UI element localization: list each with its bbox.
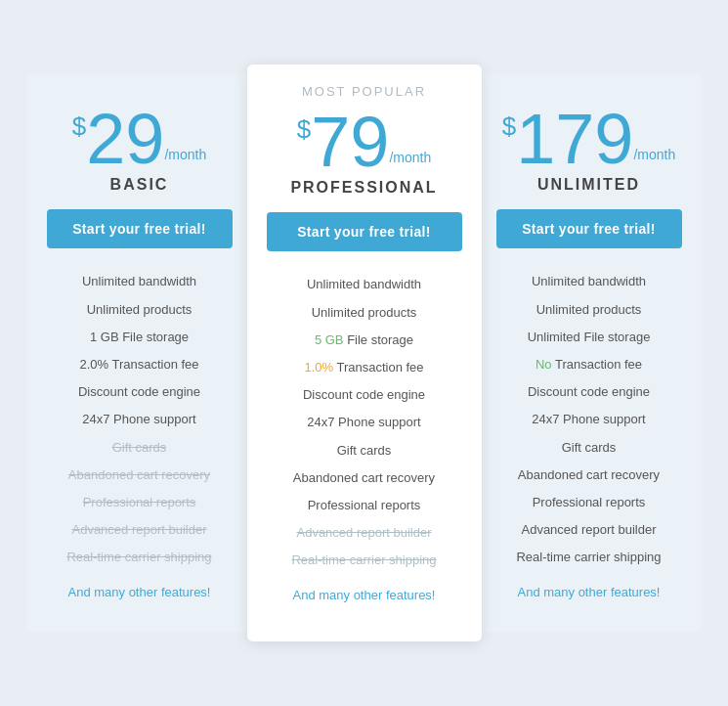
- price-dollar: $: [297, 116, 311, 142]
- price-period: /month: [164, 147, 206, 162]
- plan-card-unlimited: $ 179 /month UNLIMITED Start your free t…: [477, 74, 702, 631]
- plan-name: PROFESSIONAL: [290, 179, 437, 197]
- feature-item: 1.0% Transaction fee: [267, 354, 462, 381]
- feature-item: Unlimited bandwidth: [496, 268, 682, 295]
- plan-card-professional: MoST POPULAR $ 79 /month PROFESSIONAL St…: [247, 65, 482, 640]
- pricing-container: $ 29 /month BASIC Start your free trial!…: [18, 55, 711, 650]
- feature-item: Unlimited products: [496, 296, 682, 324]
- many-more-link[interactable]: And many other features!: [267, 579, 462, 604]
- plan-name: BASIC: [110, 176, 169, 194]
- cta-button[interactable]: Start your free trial!: [267, 212, 462, 251]
- feature-item: Discount code engine: [47, 378, 233, 406]
- feature-item: Real-time carrier shipping: [496, 544, 682, 571]
- feature-item: Abandoned cart recovery: [47, 462, 233, 489]
- feature-item: Unlimited bandwidth: [267, 271, 462, 298]
- feature-item: 1 GB File storage: [47, 324, 233, 351]
- feature-highlight: No: [535, 357, 552, 372]
- many-more-item: And many other features!: [267, 574, 462, 609]
- cta-button[interactable]: Start your free trial!: [47, 209, 233, 248]
- plan-card-basic: $ 29 /month BASIC Start your free trial!…: [27, 74, 252, 631]
- many-more-item: And many other features!: [496, 571, 682, 606]
- feature-item: 24x7 Phone support: [496, 406, 682, 433]
- feature-item: Advanced report builder: [267, 519, 462, 547]
- feature-item: Advanced report builder: [496, 516, 682, 544]
- feature-item: Unlimited bandwidth: [47, 268, 233, 295]
- feature-item: Discount code engine: [496, 378, 682, 406]
- price-amount: 79: [311, 107, 389, 177]
- feature-item: Discount code engine: [267, 381, 462, 409]
- most-popular-label: MoST POPULAR: [302, 84, 426, 99]
- feature-item: Professional reports: [496, 489, 682, 516]
- price-amount: 179: [516, 104, 633, 174]
- price-row: $ 29 /month: [72, 104, 206, 174]
- features-list: Unlimited bandwidthUnlimited productsUnl…: [496, 268, 682, 606]
- feature-item: Real-time carrier shipping: [267, 547, 462, 574]
- feature-item: Real-time carrier shipping: [47, 544, 233, 571]
- feature-item: 24x7 Phone support: [267, 409, 462, 436]
- many-more-link[interactable]: And many other features!: [47, 576, 233, 601]
- feature-item: Unlimited File storage: [496, 324, 682, 351]
- cta-button[interactable]: Start your free trial!: [496, 209, 682, 248]
- price-row: $ 179 /month: [502, 104, 675, 174]
- feature-highlight: 5 GB: [315, 332, 344, 347]
- price-period: /month: [633, 147, 675, 162]
- feature-highlight: 1.0%: [304, 360, 333, 375]
- feature-item: 5 GB File storage: [267, 327, 462, 354]
- feature-item: Professional reports: [267, 492, 462, 519]
- feature-item: Gift cards: [47, 434, 233, 462]
- feature-item: 24x7 Phone support: [47, 406, 233, 433]
- feature-item: Unlimited products: [47, 296, 233, 324]
- price-row: $ 79 /month: [297, 107, 431, 177]
- feature-item: Gift cards: [267, 437, 462, 464]
- price-dollar: $: [72, 113, 86, 139]
- feature-item: No Transaction fee: [496, 351, 682, 378]
- price-amount: 29: [86, 104, 164, 174]
- plan-name: UNLIMITED: [537, 176, 640, 194]
- features-list: Unlimited bandwidthUnlimited products5 G…: [267, 271, 462, 609]
- price-dollar: $: [502, 113, 516, 139]
- feature-item: Advanced report builder: [47, 516, 233, 544]
- many-more-link[interactable]: And many other features!: [496, 576, 682, 601]
- feature-item: Unlimited products: [267, 299, 462, 327]
- features-list: Unlimited bandwidthUnlimited products1 G…: [47, 268, 233, 606]
- feature-item: Abandoned cart recovery: [267, 464, 462, 492]
- feature-item: 2.0% Transaction fee: [47, 351, 233, 378]
- feature-item: Abandoned cart recovery: [496, 462, 682, 489]
- price-period: /month: [389, 150, 431, 165]
- many-more-item: And many other features!: [47, 571, 233, 606]
- feature-item: Gift cards: [496, 434, 682, 462]
- feature-item: Professional reports: [47, 489, 233, 516]
